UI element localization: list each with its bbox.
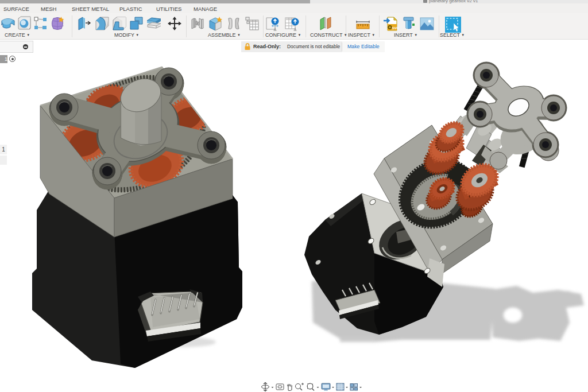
svg-text:SVG: SVG: [392, 26, 399, 30]
